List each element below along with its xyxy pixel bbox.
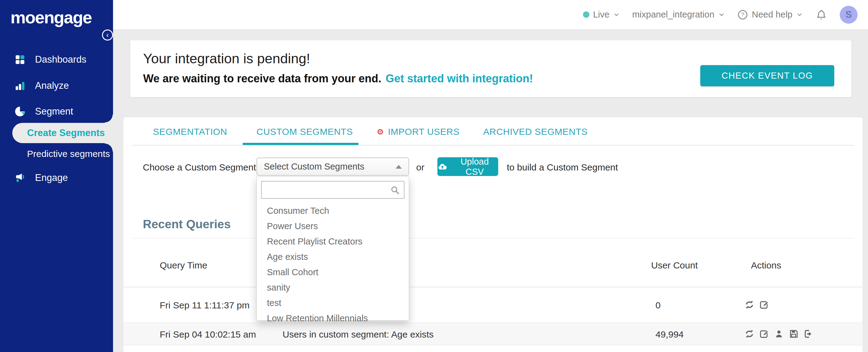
tab-label: CUSTOM SEGMENTS bbox=[256, 127, 353, 137]
sidebar-item-label: Create Segments bbox=[27, 127, 105, 138]
cloud-upload-icon bbox=[437, 162, 447, 172]
sidebar-item-create-segments[interactable]: Create Segments bbox=[12, 123, 113, 143]
dropdown-option[interactable]: sanity bbox=[257, 280, 409, 295]
sidebar-item-analyze[interactable]: Analyze bbox=[0, 76, 113, 95]
sidebar-item-label: Engage bbox=[35, 172, 68, 183]
dropdown-search-wrap bbox=[261, 181, 404, 199]
banner-title: Your integration is pending! bbox=[143, 51, 310, 67]
banner-subtitle: We are waiting to receive data from your… bbox=[143, 72, 533, 85]
target-icon bbox=[376, 128, 384, 136]
save-icon[interactable] bbox=[788, 329, 799, 339]
sidebar-item-label: Segment bbox=[35, 106, 73, 117]
row-divider bbox=[123, 345, 863, 345]
sidebar-item-segment[interactable]: Segment bbox=[0, 102, 113, 121]
query-cell: Users in custom segment: Age exists bbox=[283, 329, 434, 340]
question-circle-icon: ? bbox=[737, 9, 748, 20]
search-icon bbox=[390, 185, 400, 195]
refresh-icon[interactable] bbox=[744, 299, 755, 310]
sidebar-item-engage[interactable]: Engage bbox=[0, 168, 113, 187]
select-value: Select Custom Segments bbox=[264, 162, 364, 172]
query-time-cell: Fri Sep 04 10:02:15 am bbox=[160, 329, 256, 340]
svg-text:?: ? bbox=[741, 11, 744, 18]
edit-icon[interactable] bbox=[759, 329, 769, 339]
table-header-divider bbox=[123, 287, 863, 288]
chevron-down-icon bbox=[796, 11, 803, 18]
or-text: or bbox=[416, 162, 425, 172]
tab-archived-segments[interactable]: ARCHIVED SEGMENTS bbox=[483, 127, 588, 137]
workspace-label: mixpanel_integration bbox=[632, 9, 714, 20]
chevron-down-icon bbox=[613, 11, 620, 18]
workspace-switcher[interactable]: mixpanel_integration bbox=[632, 9, 725, 20]
get-started-link[interactable]: Get started with integration! bbox=[386, 72, 533, 85]
bell-icon[interactable] bbox=[815, 9, 828, 21]
integration-banner: Your integration is pending! We are wait… bbox=[130, 40, 852, 97]
help-menu[interactable]: ? Need help bbox=[737, 9, 803, 20]
build-segment-suffix: to build a Custom Segment bbox=[507, 162, 618, 172]
environment-label: Live bbox=[593, 9, 609, 20]
sidebar-collapse-button[interactable]: ‹ bbox=[102, 30, 113, 40]
choose-segment-label: Choose a Custom Segment: bbox=[143, 162, 259, 172]
user-count-cell: 0 bbox=[655, 300, 661, 311]
column-header-actions: Actions bbox=[751, 260, 781, 270]
row-actions bbox=[744, 299, 769, 310]
sidebar-item-predictive-segments[interactable]: Predictive segments bbox=[0, 145, 113, 163]
pie-chart-icon bbox=[13, 105, 26, 118]
custom-segments-panel: SEGMENTATION CUSTOM SEGMENTS IMPORT USER… bbox=[123, 117, 863, 352]
banner-subtitle-text: We are waiting to receive data from your… bbox=[143, 72, 381, 85]
check-event-log-button[interactable]: CHECK EVENT LOG bbox=[700, 65, 834, 86]
export-icon[interactable] bbox=[803, 329, 814, 339]
help-label: Need help bbox=[752, 9, 793, 20]
custom-segment-dropdown: Consumer Tech Power Users Recent Playlis… bbox=[256, 176, 409, 321]
dropdown-option[interactable]: Power Users bbox=[257, 218, 409, 234]
sidebar-corner-notch bbox=[105, 143, 113, 152]
megaphone-icon bbox=[13, 171, 26, 184]
dropdown-option[interactable]: Small Cohort bbox=[257, 264, 409, 280]
search-input[interactable] bbox=[261, 181, 404, 199]
avatar-initial: S bbox=[845, 9, 852, 20]
sidebar-item-dashboards[interactable]: Dashboards bbox=[0, 50, 113, 69]
row-actions bbox=[744, 329, 814, 339]
dropdown-option[interactable]: Low Retention Millennials bbox=[257, 311, 409, 326]
tab-import-users[interactable]: IMPORT USERS bbox=[376, 127, 460, 137]
top-bar-right: Live mixpanel_integration ? Need help S bbox=[583, 0, 858, 29]
live-status-dot bbox=[583, 11, 589, 18]
divider bbox=[132, 238, 854, 238]
tabs-divider bbox=[132, 145, 854, 146]
active-tab-underline bbox=[243, 143, 359, 145]
sidebar: moengage Dashboards Analyze Segment Crea… bbox=[0, 0, 113, 352]
dropdown-option[interactable]: test bbox=[257, 295, 409, 311]
recent-queries-heading: Recent Queries bbox=[143, 218, 231, 231]
sidebar-item-label: Analyze bbox=[35, 80, 69, 91]
sidebar-item-label: Predictive segments bbox=[27, 149, 110, 159]
grid-icon bbox=[13, 53, 26, 66]
top-bar: Live mixpanel_integration ? Need help S bbox=[0, 0, 868, 29]
upload-csv-button[interactable]: Upload CSV bbox=[437, 157, 498, 176]
tab-label: SEGMENTATION bbox=[153, 127, 227, 137]
tab-label: IMPORT USERS bbox=[388, 127, 460, 137]
bar-chart-icon bbox=[13, 79, 26, 92]
refresh-icon[interactable] bbox=[744, 329, 755, 339]
custom-segment-select[interactable]: Select Custom Segments bbox=[256, 158, 409, 176]
user-icon[interactable] bbox=[774, 329, 784, 339]
environment-switcher[interactable]: Live bbox=[583, 9, 620, 20]
sidebar-corner-notch bbox=[105, 115, 113, 123]
column-header-query-time: Query Time bbox=[160, 260, 207, 270]
user-count-cell: 49,994 bbox=[655, 329, 684, 340]
moengage-logo: moengage bbox=[10, 7, 92, 27]
dropdown-option[interactable]: Consumer Tech bbox=[257, 203, 409, 218]
tab-custom-segments[interactable]: CUSTOM SEGMENTS bbox=[256, 127, 353, 137]
user-avatar[interactable]: S bbox=[840, 6, 858, 24]
tab-label: ARCHIVED SEGMENTS bbox=[483, 127, 588, 137]
caret-up-icon bbox=[396, 165, 402, 169]
column-header-user-count: User Count bbox=[651, 260, 698, 270]
upload-csv-label: Upload CSV bbox=[451, 157, 498, 177]
edit-icon[interactable] bbox=[759, 299, 769, 310]
query-time-cell: Fri Sep 11 1:11:37 pm bbox=[160, 300, 249, 311]
tab-segmentation[interactable]: SEGMENTATION bbox=[153, 127, 227, 137]
dropdown-option[interactable]: Recent Playlist Creators bbox=[257, 234, 409, 249]
sidebar-item-label: Dashboards bbox=[35, 54, 86, 65]
chevron-down-icon bbox=[718, 11, 725, 18]
dropdown-option[interactable]: Age exists bbox=[257, 249, 409, 264]
